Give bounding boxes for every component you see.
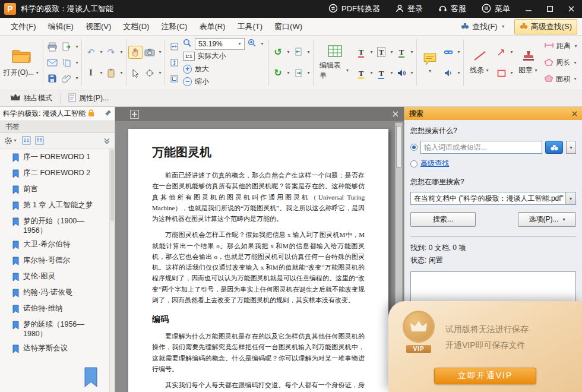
bookmark-item[interactable]: 第 1 章 人工智能之梦 [2,198,107,214]
zoom-in-button[interactable]: 放大 [181,63,211,75]
hand-tool-icon[interactable] [128,46,143,59]
properties-button[interactable]: 属性(P)... [63,91,114,106]
area-dropdown[interactable] [572,77,578,81]
search-scope-dropdown[interactable] [565,192,575,204]
zoom-tool-dropdown[interactable] [260,42,265,46]
comment-dropdown[interactable] [428,69,433,74]
edit-form-dropdown[interactable] [345,68,350,73]
bookmark-item[interactable]: 序二 FOREWORD 2 [2,166,107,182]
text-box-dropdown[interactable] [389,50,394,55]
typewriter-dropdown[interactable] [409,50,415,55]
menu-button[interactable]: 菜单 [474,0,518,18]
crosshair-icon[interactable] [143,67,157,80]
text-underline-dropdown[interactable] [369,50,374,55]
link-icon[interactable] [441,46,456,59]
bookmark-item[interactable]: 大卫·希尔伯特 [2,238,107,254]
attach-icon[interactable] [59,72,74,85]
select-text-icon[interactable] [84,67,98,80]
undo-icon[interactable] [84,46,98,59]
menu-form[interactable]: 表单(R) [193,19,231,34]
collapse-bookmarks-button[interactable] [34,135,45,146]
redo-icon[interactable] [104,46,118,59]
perimeter-dropdown[interactable] [572,61,578,65]
bookmarks-scrollbar-thumb[interactable] [110,150,114,221]
bookmark-item[interactable]: 序一 FOREWORD 1 [2,150,107,166]
search-scope-combobox[interactable]: 在当前文档中 ("科学的极致：漫谈人工智能.pdf" [410,192,576,205]
maximize-button[interactable] [539,0,561,18]
text-underline-red-icon[interactable] [358,48,365,56]
rotate-cw-icon[interactable] [271,67,285,80]
copy-dropdown[interactable] [74,61,80,65]
bookmarks-options-button[interactable] [3,135,19,146]
pdf-converter-button[interactable]: PDF转换器 [321,0,388,18]
fit-page-icon[interactable] [167,40,181,53]
menu-view[interactable]: 视图(V) [80,19,117,34]
menu-tools[interactable]: 工具(T) [231,19,268,34]
more-panel-chevrons-icon[interactable] [102,136,112,146]
text-box-icon[interactable] [377,47,386,57]
bookmark-item[interactable]: 梦的开始（1900—1956） [2,214,107,238]
bookmark-item[interactable]: 梦的延续（1956—1980） [2,318,107,341]
menu-window[interactable]: 窗口(W) [268,19,308,34]
clipboard-dropdown[interactable] [119,71,124,75]
menu-comment[interactable]: 注释(C) [155,19,193,34]
search-history-dropdown[interactable] [566,141,576,154]
link-dropdown[interactable] [456,50,461,55]
new-tab-button[interactable] [130,110,139,119]
next-view-dropdown[interactable] [306,71,311,75]
bookmark-item[interactable]: 前言 [2,182,107,198]
minimize-button[interactable] [518,0,539,18]
crosshair-dropdown[interactable] [157,71,163,75]
text-edit-icon[interactable] [378,69,385,78]
text-edit-dropdown[interactable] [389,71,394,75]
zoom-tool-icon[interactable] [248,39,257,49]
previous-view-dropdown[interactable] [306,50,311,55]
advanced-find-button[interactable]: 高级查找(S) [514,19,577,34]
search-submit-button[interactable]: 搜索... [410,212,476,227]
perimeter-button[interactable]: 周长 [543,55,579,71]
bookmarks-scrollbar[interactable] [109,148,115,392]
document-scrollbar-thumb[interactable] [396,126,401,167]
login-button[interactable]: 登录 [388,0,431,18]
snapshot-dropdown[interactable] [157,50,163,55]
bookmark-item[interactable]: 约翰·冯·诺依曼 [2,286,107,302]
exclusive-mode-button[interactable]: 独占模式 [5,91,58,105]
select-tool-icon[interactable] [128,67,143,80]
run-search-button[interactable] [545,141,563,154]
menu-edit[interactable]: 编辑(E) [42,19,80,34]
rectangle-shape-icon[interactable] [494,67,508,80]
zoom-combobox-dropdown[interactable] [237,42,242,46]
distance-dropdown[interactable] [573,44,578,49]
typewriter-icon[interactable] [398,48,406,56]
open-dropdown[interactable] [34,71,40,75]
bookmark-item[interactable]: 艾伦·图灵 [2,270,107,286]
print-icon[interactable] [45,40,59,53]
next-view-icon[interactable] [291,67,305,80]
text-highlight-dropdown[interactable] [369,71,374,75]
close-document-icon[interactable] [393,111,398,117]
save-icon[interactable] [45,72,59,85]
zoom-out-button[interactable]: 缩小 [181,75,211,88]
pin-icon[interactable] [105,109,112,118]
attach-dropdown[interactable] [74,76,80,81]
fit-width-icon[interactable] [167,56,181,69]
stamp-button[interactable]: 图章 [514,50,543,75]
undo-dropdown[interactable] [99,50,104,55]
copy-icon[interactable] [59,56,74,69]
arrow-shape-dropdown[interactable] [509,50,514,55]
menu-file[interactable]: 文件(F) [5,19,42,34]
lines-dropdown[interactable] [485,68,490,73]
bookmark-item[interactable]: 库尔特·哥德尔 [2,254,107,270]
fit-visible-icon[interactable] [167,72,181,85]
open-button[interactable]: 打开(O)... [2,37,41,88]
rotate-ccw-dropdown[interactable] [286,50,291,55]
search-input[interactable] [420,141,542,154]
sound-comment-dropdown[interactable] [409,71,415,75]
find-dropdown[interactable] [501,24,506,29]
edit-form-button[interactable]: 编辑表单 [315,37,354,88]
snapshot-icon[interactable] [143,46,157,59]
area-button[interactable]: 面积 [543,71,579,87]
redo-dropdown[interactable] [119,50,124,55]
distance-button[interactable]: 距离 [543,39,580,54]
find-button[interactable]: 查找(F) [456,19,511,34]
